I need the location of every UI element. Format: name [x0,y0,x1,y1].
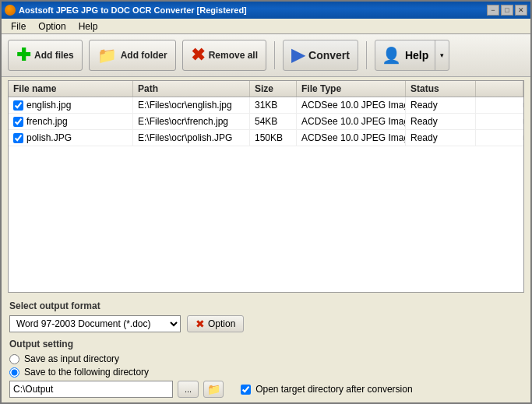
cell-size-2: 150KB [250,130,297,146]
output-format-label: Select output format [9,300,523,311]
col-header-extra [476,81,523,97]
radio-following-directory[interactable] [9,367,19,378]
table-row[interactable]: english.jpg E:\Files\ocr\english.jpg 31K… [9,97,523,114]
minimize-button[interactable]: − [487,5,499,16]
cell-extra-2 [476,135,523,140]
remove-all-button[interactable]: ✖ Remove all [182,40,266,71]
row-checkbox-2[interactable] [13,133,23,143]
add-files-icon: ✚ [16,45,30,65]
row-checkbox-0[interactable] [13,100,23,111]
cell-path-1: E:\Files\ocr\french.jpg [133,114,250,129]
cell-size-0: 31KB [250,97,297,113]
cell-type-0: ACDSee 10.0 JPEG Image [297,97,406,113]
help-label: Help [405,49,428,61]
remove-all-label: Remove all [209,50,258,61]
title-bar-left: Aostsoft JPEG JPG to DOC OCR Converter [… [5,5,247,16]
maximize-button[interactable]: □ [501,5,513,16]
filename-2: polish.JPG [26,132,72,143]
cell-name-0: english.jpg [9,97,133,113]
help-main: 👤 Help [375,43,435,68]
col-header-size[interactable]: Size [250,81,297,97]
app-icon [5,5,16,16]
cell-type-1: ACDSee 10.0 JPEG Image [297,114,406,129]
toolbar-separator-2 [366,41,367,69]
table-header: File name Path Size File Type Status [9,81,523,97]
close-button[interactable]: ✕ [515,5,527,16]
cell-extra-0 [476,103,523,107]
bottom-section: Select output format Word 97-2003 Docume… [2,296,530,402]
radio-label-1: Save as input directory [24,353,119,364]
folder-icon: 📁 [207,383,220,395]
cell-status-0: Ready [406,97,476,113]
title-bar: Aostsoft JPEG JPG to DOC OCR Converter [… [2,2,530,19]
add-folder-button[interactable]: 📁 Add folder [89,40,176,71]
format-row: Word 97-2003 Document (*.doc) Word 2007-… [9,315,523,332]
menu-option[interactable]: Option [32,19,72,33]
filename-0: english.jpg [26,100,71,111]
cell-name-2: polish.JPG [9,130,133,146]
toolbar-separator-1 [274,41,275,69]
add-folder-icon: 📁 [97,46,117,65]
col-header-name[interactable]: File name [9,81,133,97]
cell-size-1: 54KB [250,114,297,129]
remove-all-icon: ✖ [191,45,205,65]
menu-help[interactable]: Help [72,19,104,33]
radio-row-2: Save to the following directory [9,367,523,378]
option-icon: ✖ [196,318,205,330]
format-select[interactable]: Word 97-2003 Document (*.doc) Word 2007-… [9,315,181,332]
window-title: Aostsoft JPEG JPG to DOC OCR Converter [… [19,5,247,15]
row-checkbox-1[interactable] [13,117,23,127]
radio-label-2: Save to the following directory [24,367,149,378]
cell-extra-1 [476,119,523,124]
open-target-checkbox[interactable] [241,385,251,395]
cell-status-2: Ready [406,130,476,146]
browse-button[interactable]: ... [178,381,199,398]
output-setting-label: Output setting [9,339,523,350]
convert-button[interactable]: ▶ Convert [283,40,358,71]
help-person-icon: 👤 [382,46,401,65]
table-body: english.jpg E:\Files\ocr\english.jpg 31K… [9,97,523,292]
file-table: File name Path Size File Type Status eng… [8,80,524,293]
open-target-label: Open target directory after conversion [255,384,412,395]
cell-name-1: french.jpg [9,114,133,129]
add-folder-label: Add folder [121,50,167,61]
directory-input[interactable] [9,381,173,398]
menu-file[interactable]: File [5,19,32,33]
output-setting: Output setting Save as input directory S… [9,339,523,398]
help-button[interactable]: 👤 Help ▾ [375,40,449,71]
open-target-row: Open target directory after conversion [241,384,412,395]
option-button[interactable]: ✖ Option [187,315,244,332]
folder-browse-button[interactable]: 📁 [203,381,224,398]
table-row[interactable]: french.jpg E:\Files\ocr\french.jpg 54KB … [9,114,523,130]
cell-type-2: ACDSee 10.0 JPEG Image [297,130,406,146]
add-files-label: Add files [34,50,74,61]
directory-row: ... 📁 Open target directory after conver… [9,381,523,398]
option-label: Option [208,318,235,329]
table-row[interactable]: polish.JPG E:\Files\ocr\polish.JPG 150KB… [9,130,523,146]
menu-bar: File Option Help [2,19,530,34]
toolbar: ✚ Add files 📁 Add folder ✖ Remove all ▶ … [2,34,530,77]
cell-path-0: E:\Files\ocr\english.jpg [133,97,250,113]
main-window: Aostsoft JPEG JPG to DOC OCR Converter [… [0,0,532,404]
title-buttons: − □ ✕ [487,5,527,16]
cell-status-1: Ready [406,114,476,129]
radio-input-directory[interactable] [9,354,19,364]
cell-path-2: E:\Files\ocr\polish.JPG [133,130,250,146]
convert-play-icon: ▶ [291,45,305,65]
col-header-type[interactable]: File Type [297,81,406,97]
add-files-button[interactable]: ✚ Add files [8,40,83,71]
filename-1: french.jpg [26,116,68,127]
col-header-path[interactable]: Path [133,81,250,97]
col-header-status[interactable]: Status [406,81,476,97]
help-dropdown-arrow[interactable]: ▾ [435,40,449,70]
convert-label: Convert [308,49,350,61]
radio-row-1: Save as input directory [9,353,523,364]
